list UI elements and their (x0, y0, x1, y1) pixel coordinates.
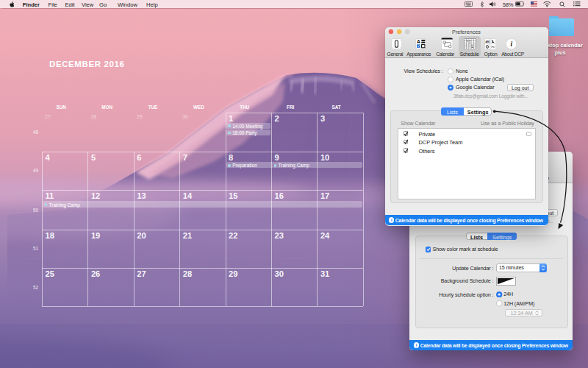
svg-text:i: i (511, 40, 513, 47)
svg-text:AM: AM (485, 40, 490, 43)
svg-text:A: A (417, 39, 420, 44)
